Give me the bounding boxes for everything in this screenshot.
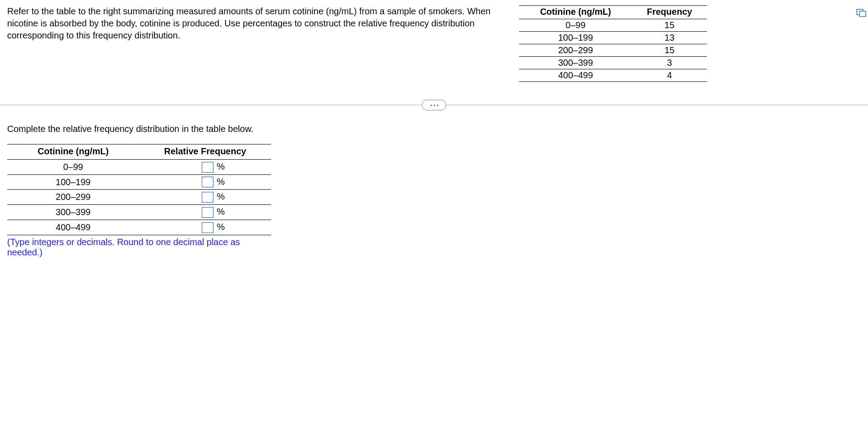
table-row: 400–499 % <box>7 220 271 235</box>
answer-range: 200–299 <box>7 190 139 205</box>
percent-label: % <box>217 161 225 171</box>
percent-label: % <box>217 207 225 216</box>
freq-value: 3 <box>632 57 707 69</box>
table-row: 300–399 % <box>7 205 271 220</box>
ellipsis-icon <box>437 105 438 106</box>
freq-range: 400–499 <box>519 69 632 82</box>
table-row: 300–399 3 <box>519 57 707 69</box>
table-row: 100–199 % <box>7 174 271 190</box>
relative-frequency-table: Cotinine (ng/mL) Relative Frequency 0–99… <box>7 144 271 258</box>
rounding-hint: (Type integers or decimals. Round to one… <box>7 237 271 258</box>
ellipsis-icon <box>430 105 432 106</box>
relfreq-input-0[interactable] <box>202 162 213 173</box>
freq-range: 200–299 <box>519 44 632 57</box>
popout-window-icon[interactable] <box>856 9 866 17</box>
freq-range: 300–399 <box>519 57 632 69</box>
expand-collapse-button[interactable] <box>422 100 446 110</box>
answer-header-relfreq: Relative Frequency <box>139 144 271 160</box>
table-row: 400–499 4 <box>519 69 707 82</box>
table-row: 200–299 15 <box>519 44 707 57</box>
answer-range: 300–399 <box>7 205 139 220</box>
relfreq-input-2[interactable] <box>202 192 213 203</box>
percent-label: % <box>217 222 225 232</box>
freq-value: 4 <box>632 69 707 82</box>
problem-statement: Refer to the table to the right summariz… <box>7 5 519 42</box>
percent-label: % <box>217 177 225 187</box>
freq-value: 15 <box>632 19 707 32</box>
ellipsis-icon <box>434 105 435 106</box>
instruction-text: Complete the relative frequency distribu… <box>7 124 861 134</box>
table-row: 100–199 13 <box>519 32 707 44</box>
answer-header-cotinine: Cotinine (ng/mL) <box>7 144 139 160</box>
relfreq-input-4[interactable] <box>202 222 213 233</box>
relfreq-input-1[interactable] <box>202 177 213 187</box>
freq-table-header-cotinine: Cotinine (ng/mL) <box>519 6 632 19</box>
relfreq-input-3[interactable] <box>202 207 213 218</box>
table-row: 0–99 % <box>7 160 271 175</box>
answer-range: 400–499 <box>7 220 139 235</box>
freq-value: 15 <box>632 44 707 57</box>
svg-rect-1 <box>859 11 866 17</box>
freq-range: 0–99 <box>519 19 632 32</box>
freq-range: 100–199 <box>519 32 632 44</box>
table-row: 200–299 % <box>7 190 271 205</box>
freq-table-header-frequency: Frequency <box>632 6 707 19</box>
percent-label: % <box>217 191 225 201</box>
answer-range: 0–99 <box>7 160 139 175</box>
answer-range: 100–199 <box>7 174 139 190</box>
frequency-table: Cotinine (ng/mL) Frequency 0–99 15 100–1… <box>519 5 707 82</box>
freq-value: 13 <box>632 32 707 44</box>
table-row: 0–99 15 <box>519 19 707 32</box>
